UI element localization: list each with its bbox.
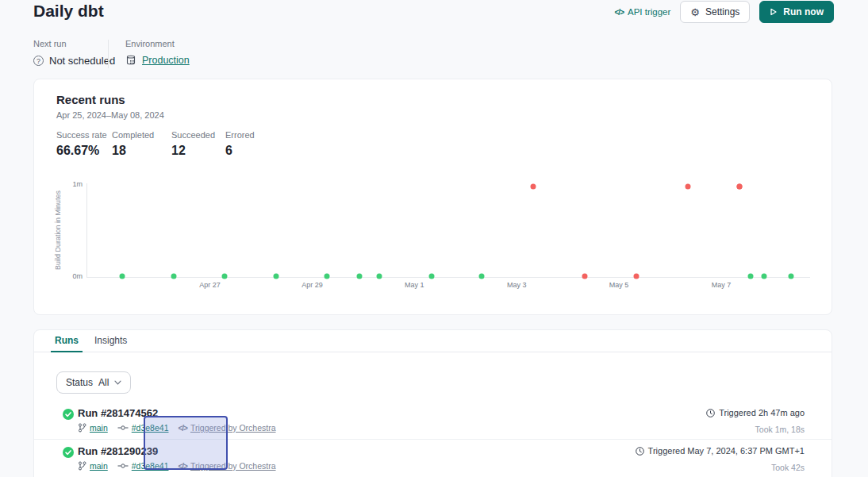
next-run-block: Next run ? Not scheduled: [33, 39, 115, 67]
api-trigger-link[interactable]: </> API trigger: [615, 7, 671, 17]
stat-value: 18: [112, 144, 154, 158]
recent-runs-card: Recent runs Apr 25, 2024–May 08, 2024 Su…: [33, 79, 832, 315]
run-dot-error[interactable]: [531, 183, 536, 189]
git-branch-icon: [78, 461, 86, 471]
environment-link[interactable]: Production: [142, 55, 190, 66]
stat-label: Errored: [225, 130, 255, 140]
tab-runs[interactable]: Runs: [55, 335, 79, 346]
runs-card: Runs Insights Status All Run #281474562: [33, 329, 832, 477]
stat-label: Completed: [112, 130, 154, 140]
commit-item: #d3e8e41: [117, 423, 169, 433]
recent-runs-title: Recent runs: [56, 93, 125, 106]
run-dot-success[interactable]: [222, 273, 228, 279]
commit-item: #d3e8e41: [117, 461, 169, 471]
stat-errored: Errored 6: [225, 130, 255, 158]
stat-value: 12: [171, 144, 215, 158]
run-dot-success[interactable]: [325, 273, 330, 279]
tab-insights[interactable]: Insights: [94, 335, 127, 346]
branch-link[interactable]: main: [90, 423, 108, 433]
run-dot-success[interactable]: [788, 273, 793, 279]
database-icon: [125, 55, 136, 66]
gear-icon: ⚙: [690, 7, 700, 17]
active-tab-underline: [51, 351, 83, 352]
run-meta-right: Triggered 2h 47m ago Took 1m, 18s: [706, 408, 805, 434]
x-tick: May 5: [609, 281, 629, 289]
run-now-label: Run now: [783, 6, 824, 17]
commit-link[interactable]: #d3e8e41: [132, 423, 169, 433]
environment-block: Environment Production: [125, 39, 190, 66]
run-dot-error[interactable]: [582, 273, 587, 279]
y-tick-0m: 0m: [65, 272, 83, 280]
run-dot-success[interactable]: [762, 273, 767, 279]
clock-icon: [706, 409, 715, 417]
stat-label: Succeeded: [171, 130, 215, 140]
play-icon: [770, 8, 778, 16]
stat-value: 6: [225, 144, 255, 158]
run-title[interactable]: Run #281290239: [78, 445, 158, 457]
run-dot-error[interactable]: [633, 273, 639, 279]
success-check-icon: [63, 409, 74, 420]
run-duration: Took 42s: [636, 463, 805, 472]
code-icon: </>: [178, 462, 186, 471]
date-range: Apr 25, 2024–May 08, 2024: [56, 110, 164, 120]
stat-success-rate: Success rate 66.67%: [56, 130, 107, 158]
run-dot-success[interactable]: [274, 273, 279, 279]
api-trigger-label: API trigger: [628, 7, 670, 17]
run-row[interactable]: Run #281474562 main #d3e8e41 </>: [34, 402, 832, 440]
run-now-button[interactable]: Run now: [759, 1, 834, 23]
run-dot-success[interactable]: [376, 273, 382, 279]
stat-value: 66.67%: [56, 144, 107, 158]
run-dot-error[interactable]: [737, 183, 743, 189]
stat-succeeded: Succeeded 12: [171, 130, 215, 158]
trigger-link[interactable]: Triggered by Orchestra: [190, 423, 276, 433]
build-duration-chart: 1m 0m Build Duration in Minutes Apr 27Ap…: [86, 183, 810, 278]
run-dot-success[interactable]: [747, 273, 753, 279]
triggered-at: Triggered 2h 47m ago: [719, 408, 805, 417]
success-check-icon: [63, 447, 74, 458]
commit-link[interactable]: #d3e8e41: [132, 461, 169, 471]
settings-button[interactable]: ⚙ Settings: [680, 1, 750, 23]
branch-item: main: [78, 461, 108, 471]
run-dot-success[interactable]: [357, 273, 363, 279]
triggered-at: Triggered May 7, 2024, 6:37 PM GMT+1: [648, 446, 805, 456]
code-icon: </>: [615, 8, 624, 17]
trigger-item: </> Triggered by Orchestra: [178, 461, 275, 471]
header-actions: </> API trigger ⚙ Settings Run now: [615, 1, 834, 23]
status-filter-label: Status: [66, 377, 93, 388]
settings-label: Settings: [705, 6, 739, 17]
next-run-label: Next run: [33, 39, 115, 48]
help-icon[interactable]: ?: [33, 56, 44, 66]
run-subrow: main #d3e8e41 </> Triggered by Orchestra: [78, 461, 276, 471]
run-dot-success[interactable]: [171, 273, 176, 279]
code-icon: </>: [178, 424, 186, 433]
x-tick: May 1: [405, 281, 424, 289]
trigger-link[interactable]: Triggered by Orchestra: [190, 461, 276, 471]
next-run-value: Not scheduled: [49, 55, 115, 67]
run-dot-error[interactable]: [686, 183, 691, 189]
tab-bar: Runs Insights: [34, 330, 832, 352]
status-filter-value: All: [98, 377, 109, 388]
run-row[interactable]: Run #281290239 main #d3e8e41 </>: [34, 440, 832, 477]
run-meta-right: Triggered May 7, 2024, 6:37 PM GMT+1 Too…: [636, 446, 805, 472]
git-commit-icon: [117, 425, 129, 431]
page-title: Daily dbt: [33, 2, 104, 21]
stat-label: Success rate: [56, 130, 107, 140]
branch-link[interactable]: main: [90, 461, 108, 471]
run-dot-success[interactable]: [479, 273, 485, 279]
meta-divider: [108, 40, 109, 68]
x-tick: May 7: [712, 281, 732, 289]
trigger-item: </> Triggered by Orchestra: [178, 423, 275, 433]
chevron-down-icon: [114, 380, 121, 385]
y-tick-1m: 1m: [65, 180, 83, 188]
x-tick: Apr 29: [301, 281, 323, 289]
git-commit-icon: [117, 463, 129, 469]
run-dot-success[interactable]: [119, 273, 125, 279]
run-subrow: main #d3e8e41 </> Triggered by Orchestra: [78, 423, 276, 433]
status-filter-dropdown[interactable]: Status All: [56, 371, 131, 394]
run-title[interactable]: Run #281474562: [78, 407, 158, 419]
branch-item: main: [78, 423, 108, 433]
y-axis-label: Build Duration in Minutes: [54, 190, 62, 270]
run-dot-success[interactable]: [428, 273, 434, 279]
stat-completed: Completed 18: [112, 130, 154, 158]
run-duration: Took 1m, 18s: [706, 425, 805, 434]
